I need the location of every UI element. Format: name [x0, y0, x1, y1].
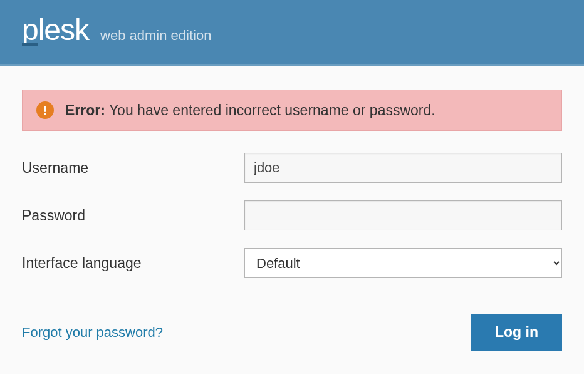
error-text: Error: You have entered incorrect userna… — [65, 102, 435, 119]
username-label: Username — [22, 160, 244, 177]
password-row: Password — [22, 200, 562, 230]
error-label: Error: — [65, 102, 105, 118]
app-header: plesk web admin edition — [0, 0, 584, 66]
brand-subtitle: web admin edition — [100, 28, 211, 44]
login-button[interactable]: Log in — [471, 314, 562, 351]
username-input[interactable] — [244, 153, 562, 183]
brand-underline — [22, 43, 38, 46]
login-panel: ! Error: You have entered incorrect user… — [0, 66, 584, 374]
language-label: Interface language — [22, 255, 244, 272]
language-row: Interface language Default — [22, 248, 562, 278]
error-icon: ! — [36, 101, 54, 119]
language-select[interactable]: Default — [244, 248, 562, 278]
error-message-box: ! Error: You have entered incorrect user… — [22, 90, 562, 131]
password-input[interactable] — [244, 200, 562, 230]
password-label: Password — [22, 207, 244, 224]
forgot-password-link[interactable]: Forgot your password? — [22, 324, 163, 341]
login-footer: Forgot your password? Log in — [22, 314, 562, 351]
error-message: You have entered incorrect username or p… — [105, 102, 435, 118]
brand-logo: plesk — [22, 13, 89, 47]
divider — [22, 296, 562, 296]
brand-text: plesk — [22, 13, 89, 46]
username-row: Username — [22, 153, 562, 183]
